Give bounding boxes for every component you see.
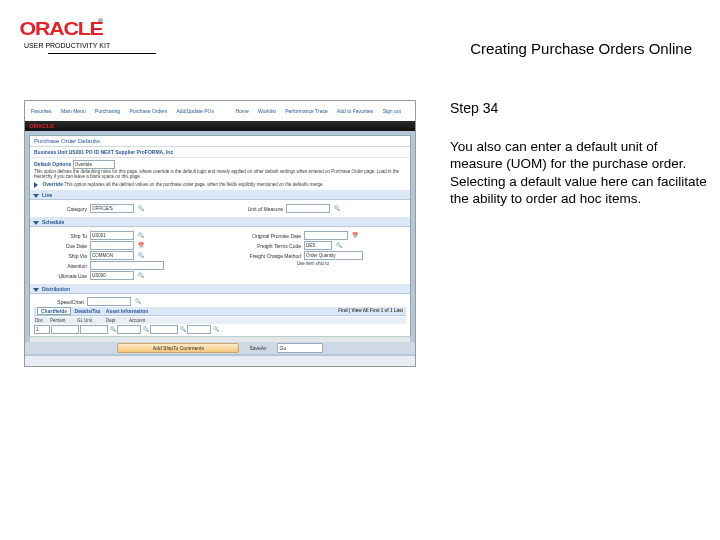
toplink[interactable]: Performance Trace	[285, 108, 328, 114]
schedule-note: Use item ship to	[223, 261, 403, 266]
chevron-down-icon	[33, 221, 39, 225]
app-breadcrumb-bar: Favorites Main Menu Purchasing Purchase …	[25, 101, 415, 121]
slide-title: Creating Purchase Orders Online	[470, 40, 692, 57]
app-brand-bar: ORACLE	[25, 121, 415, 131]
line-section-header[interactable]: Line	[30, 191, 410, 200]
pane-title: Purchase Order Defaults	[30, 136, 410, 147]
lookup-icon[interactable]: 🔍	[137, 272, 144, 279]
tab-details[interactable]: Details/Tax	[75, 308, 101, 314]
window-status-bar	[25, 356, 415, 366]
attention-input[interactable]	[90, 261, 164, 270]
triangle-icon	[34, 182, 38, 188]
uom-input[interactable]	[286, 204, 330, 213]
toplink[interactable]: Worklist	[258, 108, 276, 114]
glunit-cell[interactable]	[80, 325, 108, 334]
chevron-down-icon	[33, 288, 39, 292]
saveas-label: SaveAs	[249, 345, 266, 351]
dept-cell[interactable]	[117, 325, 141, 334]
operunit-cell[interactable]	[187, 325, 211, 334]
instruction-body: You also can enter a default unit of mea…	[450, 138, 712, 207]
override-blurb: This option replaces all the defined val…	[64, 182, 323, 187]
toplink[interactable]: Home	[235, 108, 248, 114]
shipto-input[interactable]: US001	[90, 231, 134, 240]
instruction-column: Step 34 You also can enter a default uni…	[450, 100, 712, 221]
crumb[interactable]: Purchase Orders	[129, 108, 167, 114]
distribution-section-header[interactable]: Distribution	[30, 285, 410, 294]
freightterms-input[interactable]: DES	[304, 241, 332, 250]
oracle-logo-block: ORACLE ® USER PRODUCTIVITY KIT	[24, 18, 110, 49]
schedule-section-header[interactable]: Schedule	[30, 218, 410, 227]
app-pane: Purchase Order Defaults Business Unit US…	[29, 135, 411, 340]
dist-cell[interactable]: 1	[34, 325, 50, 334]
tab-chartfields[interactable]: Chartfields	[37, 307, 71, 315]
lookup-icon[interactable]: 🔍	[137, 205, 144, 212]
upk-subline: USER PRODUCTIVITY KIT	[24, 42, 110, 49]
category-input[interactable]: OFFICE/S	[90, 204, 134, 213]
business-unit-line: Business Unit US001 PO ID NEXT Supplier …	[30, 147, 410, 158]
freightcharge-input[interactable]: Order Quantity	[304, 251, 363, 260]
toplink[interactable]: Add to Favorites	[337, 108, 373, 114]
lookup-icon[interactable]: 🔍	[137, 252, 144, 259]
lookup-icon[interactable]: 🔍	[333, 205, 340, 212]
lookup-icon[interactable]: 🔍	[109, 326, 116, 333]
lookup-icon[interactable]: 🔍	[142, 326, 149, 333]
add-shipto-button[interactable]: Add ShipTo Comments	[117, 343, 239, 353]
grid-nav[interactable]: Find | View All First 1 of 1 Last	[338, 308, 403, 313]
tab-asset[interactable]: Asset Information	[106, 308, 149, 314]
override-label: Override	[42, 181, 63, 187]
category-label: Category	[37, 206, 87, 212]
schedule-section: Ship ToUS001🔍 Due Date📅 Ship ViaCOMMON🔍 …	[30, 227, 410, 285]
application-screenshot: Favorites Main Menu Purchasing Purchase …	[24, 100, 416, 367]
app-brand: ORACLE	[25, 123, 54, 129]
bottom-action-bar: Add ShipTo Comments SaveAs Go	[25, 342, 415, 354]
crumb[interactable]: Main Menu	[61, 108, 86, 114]
lookup-icon[interactable]: 🔍	[134, 298, 141, 305]
lookup-icon[interactable]: 🔍	[137, 232, 144, 239]
origpromise-input[interactable]	[304, 231, 348, 240]
lookup-icon[interactable]: 🔍	[179, 326, 186, 333]
line-section: Category OFFICE/S 🔍 Unit of Measure 🔍	[30, 200, 410, 218]
ultimateuse-input[interactable]: US000	[90, 271, 134, 280]
logo-underline	[48, 53, 156, 54]
default-options-blurb: This option defines the defaulting rules…	[34, 169, 406, 179]
percent-cell[interactable]	[51, 325, 79, 334]
step-heading: Step 34	[450, 100, 712, 116]
calendar-icon[interactable]: 📅	[351, 232, 358, 239]
default-options-section: Default Options Override This option def…	[30, 158, 410, 191]
uom-label: Unit of Measure	[223, 206, 283, 212]
duedate-input[interactable]	[90, 241, 134, 250]
registered-mark: ®	[98, 18, 102, 24]
calendar-icon[interactable]: 📅	[137, 242, 144, 249]
crumb[interactable]: Add/Update POs	[176, 108, 214, 114]
shipvia-input[interactable]: COMMON	[90, 251, 134, 260]
lookup-icon[interactable]: 🔍	[335, 242, 342, 249]
saveas-select[interactable]: Go	[277, 343, 323, 353]
speedchart-input[interactable]	[87, 297, 131, 306]
chevron-down-icon	[33, 194, 39, 198]
default-options-label: Default Options	[34, 161, 71, 167]
oracle-wordmark: ORACLE	[20, 18, 103, 40]
default-option-value[interactable]: Override	[73, 160, 115, 169]
account-cell[interactable]	[150, 325, 178, 334]
crumb[interactable]: Purchasing	[95, 108, 120, 114]
slide-header: ORACLE ® USER PRODUCTIVITY KIT Creating …	[0, 18, 720, 58]
toplink[interactable]: Sign out	[383, 108, 401, 114]
crumb[interactable]: Favorites	[31, 108, 52, 114]
lookup-icon[interactable]: 🔍	[212, 326, 219, 333]
